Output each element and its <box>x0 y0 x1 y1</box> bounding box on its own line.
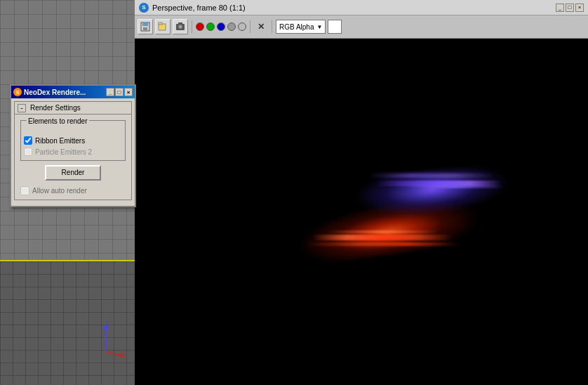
particle-emitters-row: Particle Emitters 2 <box>24 146 122 157</box>
particle-emitters-label: Particle Emitters 2 <box>35 148 92 156</box>
svg-point-13 <box>180 26 182 28</box>
viewport-maximize[interactable]: □ <box>566 4 574 12</box>
neodex-minimize-btn[interactable]: _ <box>106 88 114 96</box>
auto-render-checkbox[interactable] <box>20 186 29 195</box>
blue-streak-2 <box>407 185 505 188</box>
render-settings-section: - Render Settings Elements to render Rib… <box>14 101 132 200</box>
rgb-alpha-dropdown[interactable]: RGB Alpha ▼ <box>276 20 326 34</box>
ribbon-emitters-checkbox[interactable] <box>24 136 32 145</box>
neodex-titlebar: S NeoDex Rendere... _ □ × <box>11 86 135 98</box>
separator-3 <box>272 20 272 33</box>
particle-effect <box>298 170 509 254</box>
section-content: Elements to render Ribbon Emitters Parti… <box>15 115 131 200</box>
viewport-title-bar: S Perspective, frame 80 (1:1) _ □ × <box>135 0 588 15</box>
save-button[interactable] <box>138 19 153 34</box>
neodex-title-left: S NeoDex Rendere... <box>13 88 86 96</box>
color-preview-box[interactable] <box>328 20 342 34</box>
svg-text:z: z <box>107 322 109 328</box>
open-button[interactable] <box>155 19 171 34</box>
section-collapse-btn[interactable]: - <box>18 104 26 112</box>
neodex-window-buttons: _ □ × <box>106 88 133 96</box>
green-dot[interactable] <box>206 22 215 31</box>
section-title: Render Settings <box>30 104 81 112</box>
ribbon-emitters-label: Ribbon Emitters <box>35 137 85 145</box>
red-dot[interactable] <box>196 22 204 31</box>
auto-render-row: Allow auto render <box>18 185 128 197</box>
half-circle-btn[interactable] <box>227 22 236 31</box>
viewport-header: S Perspective, frame 80 (1:1) _ □ × ✕ <box>135 0 588 39</box>
neodex-title-text: NeoDex Rendere... <box>24 89 86 96</box>
red-streak-3 <box>305 242 460 246</box>
dropdown-value: RGB Alpha <box>279 23 314 31</box>
neodex-body: - Render Settings Elements to render Rib… <box>11 98 135 206</box>
viewport-icon: S <box>139 3 149 13</box>
dropdown-arrow-icon: ▼ <box>316 24 322 30</box>
blue-glow <box>352 163 510 226</box>
svg-rect-14 <box>178 22 182 25</box>
viewport-toolbar: ✕ RGB Alpha ▼ <box>135 15 588 39</box>
group-label: Elements to render <box>27 117 89 125</box>
axes-display: z x <box>95 320 126 362</box>
ribbon-emitters-row: Ribbon Emitters <box>24 135 122 146</box>
svg-rect-10 <box>159 22 162 25</box>
svg-text:x: x <box>121 350 124 356</box>
neodex-close-btn[interactable]: × <box>124 88 133 96</box>
particle-emitters-checkbox[interactable] <box>24 148 32 156</box>
main-viewport <box>135 39 588 385</box>
separator-1 <box>192 20 192 33</box>
blue-streak-3 <box>368 174 495 178</box>
gray-dot[interactable] <box>238 22 246 31</box>
blue-dot[interactable] <box>217 22 225 31</box>
elements-to-render-group: Elements to render Ribbon Emitters Parti… <box>20 120 126 161</box>
red-streak <box>312 235 453 240</box>
separator-2 <box>250 20 250 33</box>
red-streak-2 <box>326 230 439 233</box>
neodex-app-icon: S <box>13 88 22 96</box>
svg-rect-7 <box>142 22 148 26</box>
neodex-window: S NeoDex Rendere... _ □ × - Render Setti… <box>10 84 136 207</box>
close-x-button[interactable]: ✕ <box>254 20 268 34</box>
svg-rect-8 <box>143 27 147 30</box>
auto-render-label: Allow auto render <box>32 187 87 195</box>
neodex-maximize-btn[interactable]: □ <box>115 88 123 96</box>
group-title-row: Elements to render <box>24 124 122 132</box>
section-header: - Render Settings <box>15 102 131 115</box>
camera-button[interactable] <box>173 19 188 34</box>
viewport-title: Perspective, frame 80 (1:1) <box>152 4 246 12</box>
viewport-close[interactable]: × <box>575 4 584 12</box>
viewport-minimize[interactable]: _ <box>556 4 564 12</box>
render-button[interactable]: Render <box>45 165 101 181</box>
